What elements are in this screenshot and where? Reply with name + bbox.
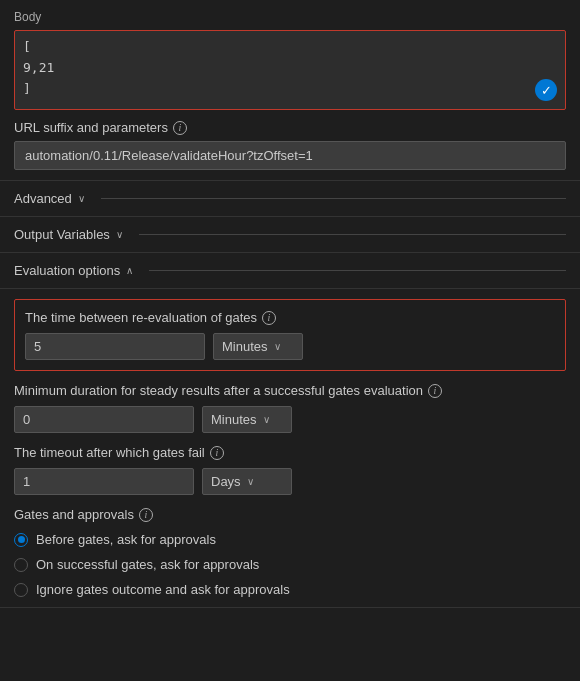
timeout-unit-chevron: ∨	[247, 476, 254, 487]
timeout-unit-select[interactable]: Days ∨	[202, 468, 292, 495]
body-textarea[interactable]: [ 9,21 ] ✓	[14, 30, 566, 110]
radio-ignore-gates-label: Ignore gates outcome and ask for approva…	[36, 582, 290, 597]
evaluation-options-chevron: ∧	[126, 265, 133, 276]
radio-ignore-gates[interactable]: Ignore gates outcome and ask for approva…	[14, 582, 566, 597]
re-eval-input-row: Minutes ∨	[25, 333, 555, 360]
evaluation-options-divider	[149, 270, 566, 271]
timeout-input-row: Days ∨	[14, 468, 566, 495]
re-eval-unit-chevron: ∨	[274, 341, 281, 352]
re-eval-block: The time between re-evaluation of gates …	[14, 299, 566, 371]
radio-successful-gates-label: On successful gates, ask for approvals	[36, 557, 259, 572]
gates-approvals-radio-group: Before gates, ask for approvals On succe…	[14, 532, 566, 597]
gates-approvals-info-icon[interactable]: i	[139, 508, 153, 522]
re-eval-label: The time between re-evaluation of gates …	[25, 310, 555, 325]
re-eval-info-icon[interactable]: i	[262, 311, 276, 325]
timeout-block: The timeout after which gates fail i Day…	[14, 445, 566, 495]
output-variables-label: Output Variables	[14, 227, 110, 242]
re-eval-value-input[interactable]	[25, 333, 205, 360]
url-suffix-info-icon[interactable]: i	[173, 121, 187, 135]
advanced-header[interactable]: Advanced ∨	[0, 181, 580, 217]
timeout-info-icon[interactable]: i	[210, 446, 224, 460]
timeout-value-input[interactable]	[14, 468, 194, 495]
radio-successful-gates[interactable]: On successful gates, ask for approvals	[14, 557, 566, 572]
url-suffix-value[interactable]: automation/0.11/Release/validateHour?tzO…	[14, 141, 566, 170]
output-variables-header[interactable]: Output Variables ∨	[0, 217, 580, 253]
gates-approvals-label: Gates and approvals i	[14, 507, 566, 522]
url-suffix-label: URL suffix and parameters i	[14, 120, 566, 135]
min-duration-value-input[interactable]	[14, 406, 194, 433]
output-variables-divider	[139, 234, 566, 235]
radio-ignore-gates-circle	[14, 583, 28, 597]
re-eval-unit-select[interactable]: Minutes ∨	[213, 333, 303, 360]
min-duration-unit-chevron: ∨	[263, 414, 270, 425]
min-duration-input-row: Minutes ∨	[14, 406, 566, 433]
body-content: [ 9,21 ]	[23, 37, 557, 99]
body-section: Body [ 9,21 ] ✓ URL suffix and parameter…	[0, 0, 580, 181]
evaluation-options-label: Evaluation options	[14, 263, 120, 278]
body-label: Body	[14, 10, 566, 24]
checkmark-icon: ✓	[535, 79, 557, 101]
timeout-label: The timeout after which gates fail i	[14, 445, 566, 460]
min-duration-info-icon[interactable]: i	[428, 384, 442, 398]
url-suffix-section: URL suffix and parameters i automation/0…	[14, 120, 566, 170]
min-duration-block: Minimum duration for steady results afte…	[14, 383, 566, 433]
advanced-label: Advanced	[14, 191, 72, 206]
min-duration-unit-select[interactable]: Minutes ∨	[202, 406, 292, 433]
evaluation-options-section: The time between re-evaluation of gates …	[0, 289, 580, 608]
radio-before-gates-label: Before gates, ask for approvals	[36, 532, 216, 547]
advanced-divider	[101, 198, 566, 199]
min-duration-label: Minimum duration for steady results afte…	[14, 383, 566, 398]
advanced-chevron: ∨	[78, 193, 85, 204]
radio-before-gates-circle	[14, 533, 28, 547]
evaluation-options-header[interactable]: Evaluation options ∧	[0, 253, 580, 289]
gates-approvals-section: Gates and approvals i Before gates, ask …	[14, 507, 566, 597]
radio-before-gates[interactable]: Before gates, ask for approvals	[14, 532, 566, 547]
radio-successful-gates-circle	[14, 558, 28, 572]
output-variables-chevron: ∨	[116, 229, 123, 240]
